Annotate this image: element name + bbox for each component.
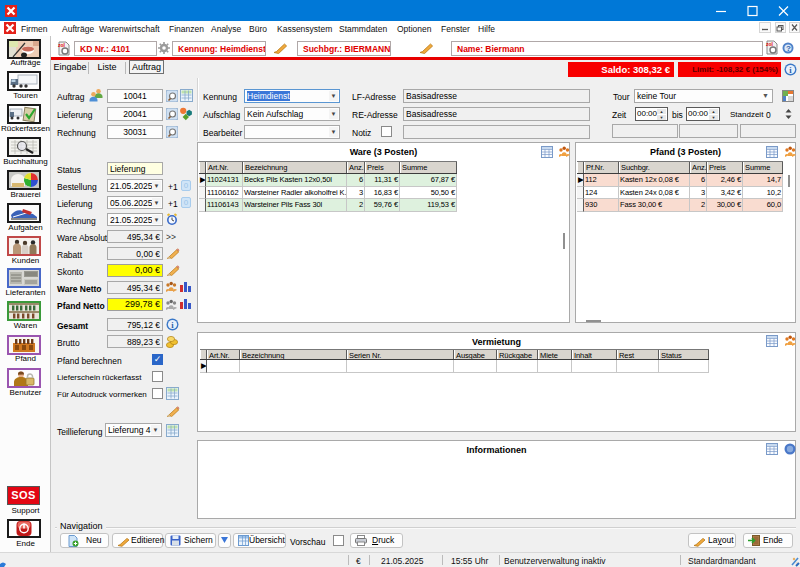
- svg-text:?: ?: [786, 44, 791, 53]
- svg-text:zol: zol: [766, 41, 774, 47]
- svg-text:zol: zol: [58, 42, 66, 48]
